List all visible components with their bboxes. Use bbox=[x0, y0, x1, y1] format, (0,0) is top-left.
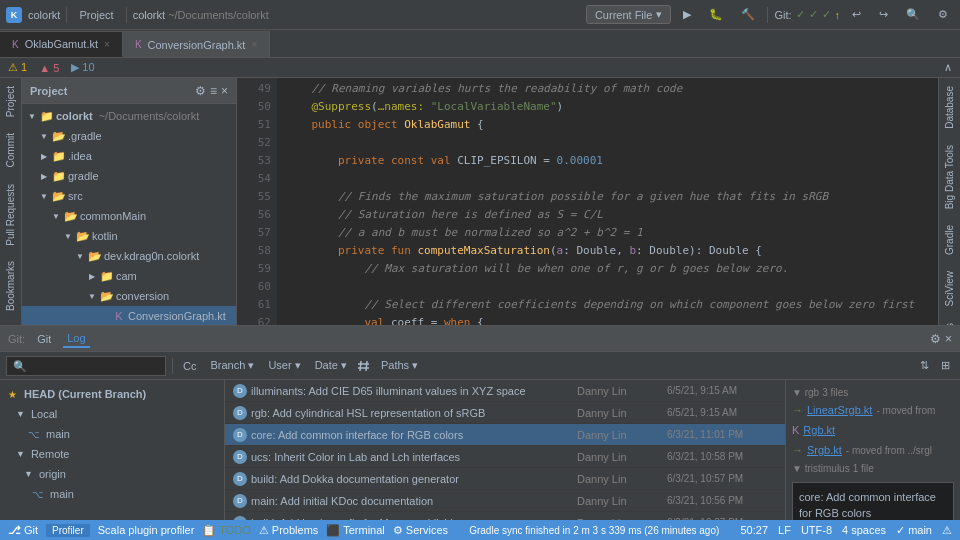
project-btn[interactable]: Project bbox=[73, 7, 119, 23]
git-expand-btn[interactable]: ⇅ bbox=[916, 357, 933, 374]
project-panel: Project ⚙ ≡ × ▼ 📁 colorkt ~/Documents/co… bbox=[22, 78, 237, 325]
commit-row[interactable]: D illuminants: Add CIE D65 illuminant va… bbox=[225, 380, 785, 402]
commit-author: Danny Lin bbox=[577, 385, 667, 397]
notif-bar: ⚠ 1 ▲ 5 ▶ 10 ∧ bbox=[0, 58, 960, 78]
warning-badge[interactable]: ⚠ 1 bbox=[8, 61, 27, 74]
debug-btn[interactable]: 🐛 bbox=[703, 6, 729, 23]
error-badge[interactable]: ▲ 5 bbox=[39, 62, 59, 74]
right-item-bigdata[interactable]: Big Data Tools bbox=[942, 137, 957, 217]
git-date-dropdown[interactable]: Date ▾ bbox=[311, 357, 351, 374]
todo-item[interactable]: 📋 TODO bbox=[202, 524, 250, 537]
arrow-icon: ▼ bbox=[50, 212, 62, 221]
project-close-btn[interactable]: × bbox=[221, 84, 228, 98]
git-tab-git[interactable]: Git bbox=[33, 331, 55, 347]
detail-file-rgb[interactable]: K Rgb.kt bbox=[792, 424, 954, 436]
tree-item-kotlin[interactable]: ▼ 📂 kotlin bbox=[22, 226, 236, 246]
git-user-dropdown[interactable]: User ▾ bbox=[264, 357, 304, 374]
detail-file-linearsrgb[interactable]: → LinearSrgb.kt - moved from bbox=[792, 404, 954, 416]
tree-item-colorkt[interactable]: ▼ 📁 colorkt ~/Documents/colorkt bbox=[22, 106, 236, 126]
tree-item-conversiongraph[interactable]: K ConversionGraph.kt bbox=[22, 306, 236, 325]
sidebar-item-commit[interactable]: Commit bbox=[3, 125, 18, 175]
git-grid-btn[interactable]: ⊞ bbox=[937, 357, 954, 374]
project-settings-btn[interactable]: ⚙ bbox=[195, 84, 206, 98]
build-btn[interactable]: 🔨 bbox=[735, 6, 761, 23]
git-paths-dropdown[interactable]: Paths ▾ bbox=[377, 357, 422, 374]
git-close-btn[interactable]: × bbox=[945, 332, 952, 346]
git-detail: ▼ rgb 3 files → LinearSrgb.kt - moved fr… bbox=[785, 380, 960, 520]
tree-label: colorkt bbox=[56, 110, 93, 122]
commit-row[interactable]: D rgb: Add cylindrical HSL representatio… bbox=[225, 402, 785, 424]
tree-item-package[interactable]: ▼ 📂 dev.kdrag0n.colorkt bbox=[22, 246, 236, 266]
status-right-info: 50:27 LF UTF-8 4 spaces ✓ main ⚠ bbox=[741, 524, 952, 537]
arrow-icon: ▼ bbox=[74, 252, 86, 261]
origin-label: origin bbox=[39, 468, 66, 480]
tree-path: ~/Documents/colorkt bbox=[99, 110, 200, 122]
scala-btn[interactable]: Scala plugin profiler bbox=[98, 524, 195, 536]
tab-close-icon2[interactable]: × bbox=[251, 39, 257, 50]
arrow-icon: ▶ bbox=[38, 172, 50, 181]
project-layout-btn[interactable]: ≡ bbox=[210, 84, 217, 98]
commit-row[interactable]: D ucs: Inherit Color in Lab and Lch inte… bbox=[225, 446, 785, 468]
settings-btn[interactable]: ⚙ bbox=[932, 6, 954, 23]
undo-btn[interactable]: ↩ bbox=[846, 6, 867, 23]
bottom-panel: Git: Git Log ⚙ × Cc Branch ▾ User ▾ Date… bbox=[0, 325, 960, 520]
moved-icon: → bbox=[792, 444, 803, 456]
sidebar-item-bookmarks[interactable]: Bookmarks bbox=[3, 253, 18, 319]
git-search-input[interactable] bbox=[6, 356, 166, 376]
commit-row[interactable]: D build: Add Dokka documentation generat… bbox=[225, 468, 785, 490]
problems-item[interactable]: ⚠ Problems bbox=[259, 524, 319, 537]
avatar: D bbox=[233, 450, 247, 464]
branch-status[interactable]: ✓ main bbox=[896, 524, 932, 537]
git-cc-btn[interactable]: Cc bbox=[179, 358, 200, 374]
branch-icon: ⌥ bbox=[28, 429, 40, 440]
right-item-sciview[interactable]: SciView bbox=[942, 263, 957, 314]
tree-item-src[interactable]: ▼ 📂 src bbox=[22, 186, 236, 206]
commit-msg: ucs: Inherit Color in Lab and Lch interf… bbox=[251, 451, 577, 463]
tree-item-cam[interactable]: ▶ 📁 cam bbox=[22, 266, 236, 286]
tree-item-conversion[interactable]: ▼ 📂 conversion bbox=[22, 286, 236, 306]
sidebar-item-project[interactable]: Project bbox=[3, 78, 18, 125]
tree-label: src bbox=[68, 190, 83, 202]
search-btn[interactable]: 🔍 bbox=[900, 6, 926, 23]
sidebar-item-structure[interactable]: Structure bbox=[3, 319, 18, 325]
redo-btn[interactable]: ↪ bbox=[873, 6, 894, 23]
git-tab-log[interactable]: Log bbox=[63, 330, 89, 348]
tree-item-gradle2[interactable]: ▶ 📁 gradle bbox=[22, 166, 236, 186]
right-item-gradle[interactable]: Gradle bbox=[942, 217, 957, 263]
detail-tooltip: core: Add common interfacefor RGB colors bbox=[792, 482, 954, 520]
right-item-notifications[interactable]: Notifications bbox=[942, 315, 957, 325]
run-btn[interactable]: ▶ bbox=[677, 6, 697, 23]
line-numbers: 4950515253545556575859606162636465666768… bbox=[237, 78, 277, 325]
current-file-dropdown[interactable]: Current File ▾ bbox=[586, 5, 671, 24]
git-local-main[interactable]: ⌥ main bbox=[0, 424, 224, 444]
git-remote-main[interactable]: ⌥ main bbox=[0, 484, 224, 504]
services-item[interactable]: ⚙ Services bbox=[393, 524, 448, 537]
commit-author: Danny Lin bbox=[577, 429, 667, 441]
git-remote-group[interactable]: ▼ Remote bbox=[0, 444, 224, 464]
right-item-database[interactable]: Database bbox=[942, 78, 957, 137]
commit-row-selected[interactable]: D core: Add common interface for RGB col… bbox=[225, 424, 785, 446]
tab-oklabgamut[interactable]: K OklabGamut.kt × bbox=[0, 31, 123, 57]
profiler-btn[interactable]: Profiler bbox=[46, 524, 90, 537]
git-local-group[interactable]: ▼ Local bbox=[0, 404, 224, 424]
detail-file-srgb[interactable]: → Srgb.kt - moved from ../srgl bbox=[792, 444, 954, 456]
git-head[interactable]: ★ HEAD (Current Branch) bbox=[0, 384, 224, 404]
sidebar-item-pull-requests[interactable]: Pull Requests bbox=[3, 176, 18, 254]
git-branch-dropdown[interactable]: Branch ▾ bbox=[206, 357, 258, 374]
tree-item-idea[interactable]: ▶ 📁 .idea bbox=[22, 146, 236, 166]
commit-row[interactable]: D main: Add initial KDoc documentation D… bbox=[225, 490, 785, 512]
collapse-btn[interactable]: ∧ bbox=[944, 61, 952, 74]
tab-conversiongraph[interactable]: K ConversionGraph.kt × bbox=[123, 31, 270, 57]
tree-item-gradle[interactable]: ▼ 📂 .gradle bbox=[22, 126, 236, 146]
tree-item-commonmain[interactable]: ▼ 📂 commonMain bbox=[22, 206, 236, 226]
code-content[interactable]: // Renaming variables hurts the readabil… bbox=[277, 78, 938, 325]
git-status-item[interactable]: ⎇ Git bbox=[8, 524, 38, 537]
expand-icon: ▼ bbox=[16, 409, 25, 419]
git-remote-origin[interactable]: ▼ origin bbox=[0, 464, 224, 484]
terminal-item[interactable]: ⬛ Terminal bbox=[326, 524, 384, 537]
file-note: - moved from bbox=[876, 405, 935, 416]
commit-row[interactable]: D build: Add basic config for Maven publ… bbox=[225, 512, 785, 520]
tab-close-icon[interactable]: × bbox=[104, 39, 110, 50]
git-settings-btn[interactable]: ⚙ bbox=[930, 332, 941, 346]
run-badge[interactable]: ▶ 10 bbox=[71, 61, 94, 74]
